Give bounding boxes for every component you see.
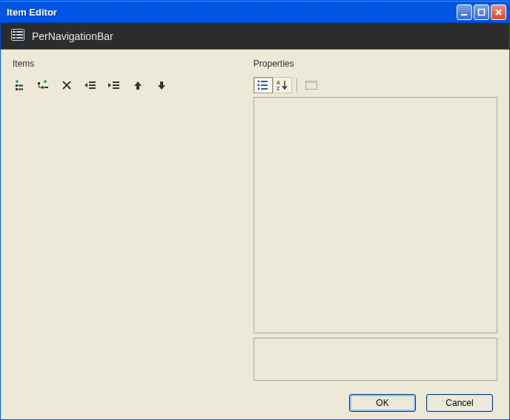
- window-title: Item Editor: [7, 7, 457, 18]
- move-down-button[interactable]: [155, 79, 168, 92]
- dialog-buttons: OK Cancel: [1, 387, 509, 419]
- svg-rect-31: [305, 81, 317, 84]
- svg-rect-17: [89, 84, 96, 86]
- svg-rect-18: [89, 87, 96, 89]
- minimize-button[interactable]: [457, 4, 472, 20]
- svg-point-26: [257, 88, 259, 90]
- svg-rect-13: [38, 82, 40, 84]
- property-description-box: [254, 338, 497, 381]
- move-up-button[interactable]: [131, 79, 145, 92]
- svg-rect-11: [16, 88, 18, 90]
- svg-rect-14: [42, 87, 44, 89]
- svg-rect-7: [13, 37, 16, 39]
- alphabetical-view-button[interactable]: A Z: [273, 77, 292, 93]
- window-buttons: [457, 4, 506, 20]
- indent-button[interactable]: [107, 79, 121, 92]
- items-panel: Items: [13, 59, 236, 381]
- component-icon: [11, 29, 24, 43]
- svg-rect-3: [13, 31, 16, 33]
- item-editor-window: Item Editor PerNavigati: [0, 0, 510, 420]
- svg-rect-21: [113, 87, 119, 89]
- items-title: Items: [13, 59, 236, 69]
- svg-rect-6: [16, 34, 23, 36]
- svg-rect-8: [16, 37, 23, 39]
- svg-rect-1: [479, 9, 485, 15]
- svg-rect-23: [261, 81, 268, 82]
- titlebar[interactable]: Item Editor: [1, 1, 509, 23]
- svg-rect-20: [113, 84, 119, 86]
- close-button[interactable]: [491, 4, 506, 20]
- toolbar-separator: [297, 78, 297, 93]
- outdent-button[interactable]: [84, 79, 97, 92]
- property-grid[interactable]: [254, 97, 497, 333]
- header-label: PerNavigationBar: [32, 30, 113, 42]
- properties-toolbar: A Z: [254, 76, 497, 94]
- content-area: Items: [1, 50, 509, 387]
- svg-rect-9: [16, 84, 18, 87]
- header-band: PerNavigationBar: [1, 23, 509, 50]
- categorized-view-button[interactable]: [254, 77, 273, 93]
- svg-rect-27: [261, 88, 268, 90]
- ok-button[interactable]: OK: [349, 394, 416, 412]
- svg-rect-12: [19, 89, 23, 90]
- property-pages-button[interactable]: [302, 77, 321, 93]
- svg-point-22: [257, 81, 259, 83]
- remove-button[interactable]: [60, 79, 73, 92]
- properties-panel: Properties A Z: [254, 59, 497, 381]
- maximize-button[interactable]: [474, 4, 489, 20]
- svg-rect-10: [19, 85, 23, 87]
- add-child-button[interactable]: [36, 79, 50, 92]
- svg-text:A: A: [276, 80, 280, 85]
- cancel-button[interactable]: Cancel: [426, 394, 493, 412]
- svg-rect-16: [89, 81, 96, 83]
- svg-point-24: [257, 84, 259, 87]
- svg-rect-25: [261, 84, 268, 86]
- svg-text:Z: Z: [276, 86, 280, 91]
- svg-rect-19: [113, 81, 119, 83]
- svg-rect-0: [461, 14, 467, 16]
- properties-title: Properties: [254, 59, 497, 69]
- svg-rect-15: [44, 87, 48, 88]
- items-toolbar: [13, 76, 236, 94]
- add-root-button[interactable]: [13, 79, 26, 92]
- svg-rect-5: [13, 34, 16, 36]
- svg-rect-4: [16, 31, 23, 33]
